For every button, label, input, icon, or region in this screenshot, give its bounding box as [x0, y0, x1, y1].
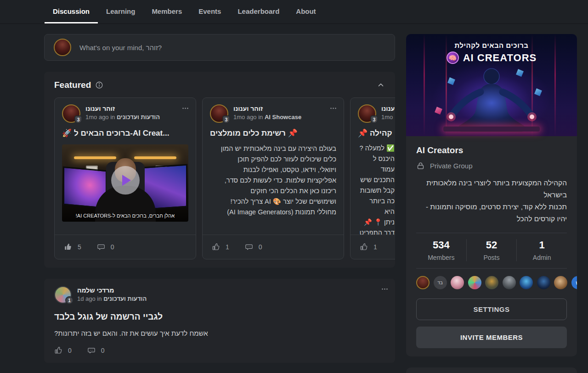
- comment-button[interactable]: 0: [87, 346, 105, 355]
- member-avatars-row: בד ש: [416, 269, 567, 290]
- comment-button[interactable]: 0: [97, 243, 114, 251]
- member-avatar[interactable]: [416, 276, 430, 289]
- chevron-up-icon[interactable]: [377, 81, 385, 89]
- group-banner-image: ברוכים הבאים לקהילת 🧠 AI CREATORS: [406, 34, 577, 136]
- play-button[interactable]: [111, 166, 140, 195]
- post-body: ✅ למעלה ? היכנס ל עמוד התכנים שיש קבל תש…: [351, 138, 395, 235]
- group-stats: 534 Members 52 Posts 1 Admin: [416, 233, 567, 269]
- invite-members-button[interactable]: INVITE MEMBERS: [416, 327, 567, 348]
- post-title[interactable]: לגביי הרשמה של גוגל בלבד: [54, 312, 385, 322]
- post-author[interactable]: מרדכי שלמה: [77, 287, 147, 294]
- post-time: 1mo: [381, 114, 395, 121]
- member-avatar[interactable]: [537, 276, 550, 289]
- top-nav: Discussion Learning Members Events Leade…: [0, 0, 588, 24]
- level-badge: 3: [222, 115, 230, 124]
- post-time: 1mo ago in: [85, 114, 115, 121]
- like-count: 1: [373, 243, 377, 251]
- post-category[interactable]: הודעות ועדכונים: [117, 114, 160, 121]
- like-button[interactable]: 5: [64, 243, 81, 251]
- featured-card-welcome[interactable]: 3 זוהר וענונו 1mo ago in הודעות ועדכונים…: [54, 98, 196, 259]
- privacy-label: Private Group: [430, 162, 473, 170]
- level-badge: 3: [74, 115, 82, 124]
- group-sidebar: ברוכים הבאים לקהילת 🧠 AI CREATORS AI Cre…: [406, 34, 577, 373]
- banner-brand-text: AI CREATORS: [463, 52, 537, 64]
- more-menu-icon[interactable]: [329, 104, 337, 112]
- more-menu-icon[interactable]: [181, 104, 189, 112]
- avatar[interactable]: 3: [62, 104, 80, 123]
- group-description: הקהילה המקצועית ביותר ליוצרי בינה מלאכות…: [416, 177, 567, 225]
- stat-posts[interactable]: 52 Posts: [466, 239, 517, 261]
- featured-title: Featured: [54, 80, 91, 90]
- tab-discussion[interactable]: Discussion: [45, 0, 98, 23]
- tab-leaderboard[interactable]: Leaderboard: [229, 0, 288, 23]
- avatar[interactable]: 3: [358, 104, 376, 123]
- studio-light: [74, 156, 116, 159]
- post-author[interactable]: זוהר וענונו: [233, 105, 301, 112]
- glowing-keyboard: [443, 126, 540, 132]
- tab-learning[interactable]: Learning: [98, 0, 143, 23]
- stat-members[interactable]: 534 Members: [416, 239, 466, 261]
- post-title[interactable]: 🚀 ברוכים הבאים ל-AI Creat...: [55, 123, 196, 138]
- avatar[interactable]: 3: [210, 104, 228, 123]
- video-thumbnail[interactable]: אהלן חברים, ברוכים הבאים ל-AI CREATORS!: [62, 144, 188, 222]
- comment-button[interactable]: 0: [245, 243, 262, 251]
- member-avatar[interactable]: בד: [434, 276, 447, 289]
- like-button[interactable]: 0: [54, 346, 72, 355]
- like-count: 0: [68, 347, 72, 354]
- info-icon[interactable]: [95, 81, 103, 89]
- featured-card-community[interactable]: 3 ענונו 1mo 📌 קהילה ✅ למעלה ? היכנס ל עמ…: [350, 98, 395, 259]
- post-body: בעולם היצירה עם בינה מלאכותית יש המון כל…: [203, 138, 344, 218]
- like-count: 5: [78, 243, 81, 251]
- leaderboard-card: Leaderboard (30-days): [406, 367, 577, 373]
- member-avatar[interactable]: [485, 276, 498, 289]
- like-count: 1: [226, 243, 229, 251]
- group-info-card: ברוכים הבאים לקהילת 🧠 AI CREATORS AI Cre…: [406, 34, 577, 356]
- feed-post[interactable]: 1 מרדכי שלמה 1d ago in הודעות ועדכונים ל…: [44, 279, 395, 363]
- composer-prompt: What's on your mind, זוהר?: [79, 44, 162, 52]
- member-avatar[interactable]: ש: [571, 276, 577, 289]
- comment-count: 0: [101, 347, 105, 354]
- post-time: 1mo ago in: [233, 114, 263, 121]
- tab-events[interactable]: Events: [190, 0, 229, 23]
- lock-icon: [416, 161, 425, 170]
- current-user-avatar[interactable]: [54, 39, 71, 56]
- main-column: What's on your mind, זוהר? Featured 3 זו…: [44, 34, 395, 363]
- studio-light: [134, 156, 176, 159]
- post-author[interactable]: זוהר וענונו: [85, 105, 160, 112]
- post-body: אשמח לדעת איך עושים את זה. והאם יש בזה י…: [54, 329, 385, 337]
- level-badge: 1: [65, 296, 74, 304]
- tab-members[interactable]: Members: [143, 0, 190, 23]
- like-button[interactable]: 1: [360, 243, 377, 251]
- video-caption: אהלן חברים, ברוכים הבאים ל-AI CREATORS!: [62, 213, 188, 218]
- featured-section: Featured 3 זוהר וענונו 1mo ago in הודעות…: [44, 72, 395, 268]
- featured-card-tools[interactable]: 3 זוהר וענונו 1mo ago in AI Showcase 📌 ר…: [202, 98, 344, 259]
- post-category[interactable]: הודעות ועדכונים: [103, 295, 147, 302]
- post-time: 1d ago in: [77, 295, 102, 302]
- banner-figure: [406, 34, 577, 136]
- featured-cards-row: 3 זוהר וענונו 1mo ago in הודעות ועדכונים…: [44, 98, 395, 259]
- stat-admins[interactable]: 1 Admin: [516, 239, 567, 261]
- avatar[interactable]: 1: [54, 286, 72, 304]
- member-avatar[interactable]: [520, 276, 533, 289]
- post-title[interactable]: 📌 רשימת כלים מומלצים: [203, 123, 344, 138]
- banner-welcome-text: ברוכים הבאים לקהילת: [406, 41, 577, 49]
- comment-count: 0: [259, 243, 262, 251]
- member-avatar[interactable]: [451, 276, 464, 289]
- member-avatar[interactable]: [468, 276, 481, 289]
- level-badge: 3: [370, 115, 378, 124]
- post-author[interactable]: ענונו: [381, 105, 395, 112]
- more-menu-icon[interactable]: [381, 285, 389, 293]
- settings-button[interactable]: SETTINGS: [416, 298, 567, 320]
- brain-logo-icon: 🧠: [447, 52, 459, 64]
- member-avatar[interactable]: [503, 276, 516, 289]
- post-composer[interactable]: What's on your mind, זוהר?: [44, 34, 395, 61]
- group-name: AI Creators: [416, 145, 567, 155]
- post-title[interactable]: 📌 קהילה: [351, 123, 395, 138]
- comment-count: 0: [111, 243, 114, 251]
- member-avatar[interactable]: [554, 276, 567, 289]
- tab-about[interactable]: About: [288, 0, 324, 23]
- play-icon: [122, 175, 131, 186]
- post-category[interactable]: AI Showcase: [265, 114, 301, 121]
- like-button[interactable]: 1: [212, 243, 229, 251]
